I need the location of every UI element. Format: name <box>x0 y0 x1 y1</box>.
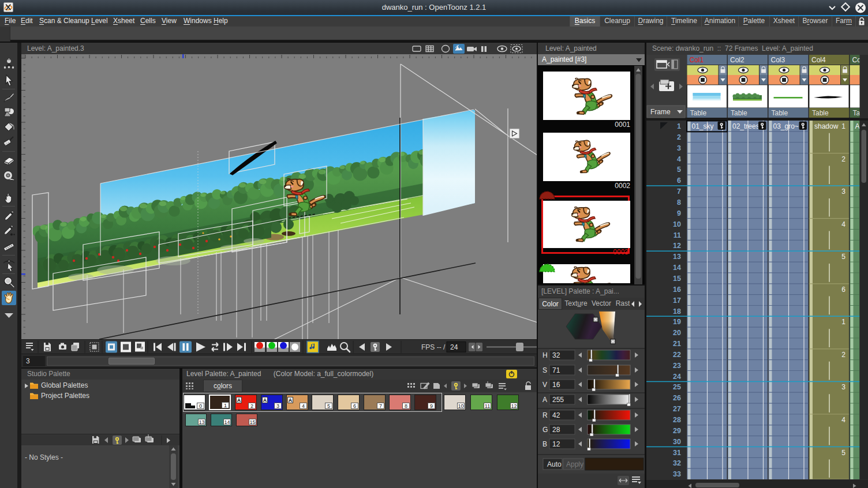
svg-text:17: 17 <box>673 296 681 305</box>
svg-text:6: 6 <box>841 286 845 294</box>
svg-text:19: 19 <box>673 318 681 326</box>
svg-text:03_gro~: 03_gro~ <box>773 122 799 130</box>
svg-text:3: 3 <box>677 144 681 152</box>
svg-text:1: 1 <box>841 122 845 130</box>
svg-text:H: H <box>542 351 548 359</box>
svg-text:12: 12 <box>552 440 560 448</box>
svg-text:4: 4 <box>677 155 681 163</box>
svg-text:Table: Table <box>731 109 747 117</box>
svg-text:FPS -- /: FPS -- / <box>421 343 446 351</box>
svg-text:14: 14 <box>673 264 681 272</box>
svg-text:01_sky: 01_sky <box>692 122 714 130</box>
svg-text:1: 1 <box>841 318 845 326</box>
svg-text:26: 26 <box>673 394 681 402</box>
svg-text:Apply: Apply <box>566 460 583 468</box>
svg-text:Table: Table <box>690 109 707 117</box>
svg-text:7: 7 <box>677 187 681 196</box>
svg-text:11: 11 <box>674 231 681 239</box>
svg-text:15: 15 <box>673 275 681 283</box>
svg-text:10: 10 <box>673 220 681 228</box>
svg-text:5: 5 <box>677 166 681 174</box>
svg-text:Col2: Col2 <box>730 56 744 64</box>
svg-text:8: 8 <box>677 198 681 207</box>
svg-text:31: 31 <box>673 449 681 457</box>
svg-text:18: 18 <box>673 307 681 316</box>
svg-text:1: 1 <box>677 122 681 130</box>
svg-text:Col1: Col1 <box>690 56 704 64</box>
svg-text:Col3: Col3 <box>771 56 785 64</box>
svg-text:24: 24 <box>673 373 681 381</box>
svg-text:30: 30 <box>673 438 681 446</box>
svg-text:20: 20 <box>673 329 681 337</box>
svg-text:3: 3 <box>841 383 845 391</box>
svg-text:2: 2 <box>841 351 845 359</box>
svg-text:R: R <box>542 411 548 419</box>
svg-text:3: 3 <box>841 187 845 196</box>
svg-text:shadow: shadow <box>814 122 839 130</box>
svg-text:28: 28 <box>673 416 681 424</box>
svg-text:5: 5 <box>841 253 845 261</box>
svg-text:6: 6 <box>677 177 681 185</box>
svg-text:9: 9 <box>677 209 681 217</box>
svg-text:32: 32 <box>552 351 560 359</box>
svg-text:16: 16 <box>552 381 560 389</box>
svg-text:B: B <box>542 440 547 448</box>
svg-text:29: 29 <box>673 427 681 435</box>
svg-text:V: V <box>542 381 547 389</box>
svg-text:25: 25 <box>673 383 681 391</box>
svg-text:4: 4 <box>841 416 845 424</box>
svg-text:23: 23 <box>673 362 681 370</box>
svg-text:42: 42 <box>552 411 560 419</box>
svg-text:5: 5 <box>841 449 845 457</box>
svg-text:27: 27 <box>673 405 681 413</box>
svg-text:255: 255 <box>552 396 564 404</box>
svg-text:21: 21 <box>673 340 681 348</box>
svg-text:32: 32 <box>673 459 681 467</box>
svg-text:2: 2 <box>677 133 681 141</box>
svg-text:Auto: Auto <box>547 460 562 468</box>
svg-text:12: 12 <box>673 242 681 250</box>
svg-text:28: 28 <box>552 426 560 434</box>
svg-text:Table: Table <box>772 109 788 117</box>
svg-text:02_trees: 02_trees <box>732 122 760 130</box>
svg-text:22: 22 <box>673 351 681 359</box>
svg-text:Table: Table <box>812 109 829 117</box>
svg-text:2: 2 <box>841 155 845 163</box>
svg-text:13: 13 <box>673 253 681 261</box>
svg-text:G: G <box>542 426 548 434</box>
svg-text:24: 24 <box>450 343 458 351</box>
svg-text:A: A <box>542 396 547 404</box>
svg-text:Frame: Frame <box>650 108 671 116</box>
svg-text:33: 33 <box>673 470 681 478</box>
svg-text:Col4: Col4 <box>811 56 826 64</box>
svg-text:71: 71 <box>552 366 560 374</box>
svg-text:S: S <box>542 366 547 374</box>
svg-text:16: 16 <box>673 286 681 294</box>
svg-text:4: 4 <box>841 220 845 228</box>
